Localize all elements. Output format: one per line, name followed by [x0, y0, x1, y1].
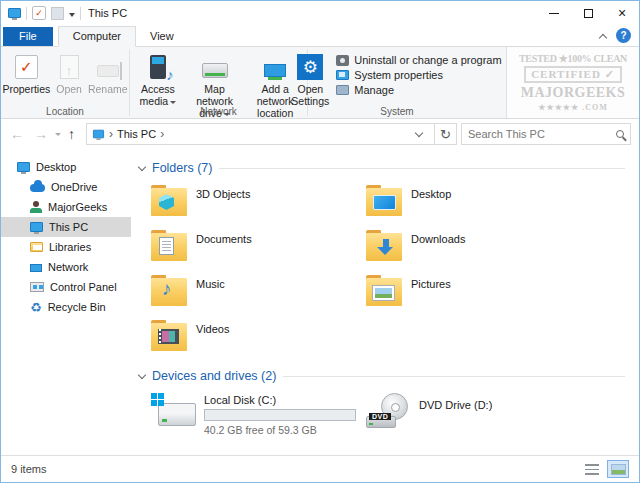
sidebar-item-label: Desktop: [36, 161, 76, 173]
this-pc-icon: [93, 130, 104, 139]
system-properties-button[interactable]: System properties: [336, 69, 501, 81]
open-button[interactable]: ↑ Open: [53, 50, 85, 96]
button-label: System properties: [354, 69, 443, 81]
folder-icon-3d-objects: [151, 185, 187, 216]
button-label: Open: [56, 83, 82, 95]
folders-section-header[interactable]: Folders (7): [151, 161, 629, 175]
address-dropdown-icon[interactable]: [415, 129, 423, 137]
folder-item-desktop[interactable]: Desktop: [366, 185, 581, 230]
minimize-ribbon-icon[interactable]: [599, 33, 607, 41]
tab-computer[interactable]: Computer: [58, 26, 136, 47]
drive-label: DVD Drive (D:): [419, 399, 492, 411]
folder-item-3d-objects[interactable]: 3D Objects: [151, 185, 366, 230]
thumbnails-view-button[interactable]: [607, 460, 629, 478]
settings-gear-icon: ⚙: [297, 54, 323, 80]
folders-grid: 3D Objects Desktop Documents Downloads ♪…: [151, 185, 629, 365]
rename-button[interactable]: Rename: [85, 50, 131, 96]
folder-icon-documents: [151, 230, 187, 261]
folder-label: Music: [196, 278, 225, 290]
back-button[interactable]: ←: [7, 125, 27, 143]
minimize-button[interactable]: [537, 1, 571, 25]
drives-section-header[interactable]: Devices and drives (2): [151, 369, 629, 383]
sidebar-item-majorgeeks[interactable]: MajorGeeks: [1, 197, 131, 217]
folder-item-music[interactable]: ♪ Music: [151, 275, 366, 320]
maximize-button[interactable]: [571, 1, 605, 25]
title-bar: ✓ This PC ×: [1, 1, 639, 25]
network-location-icon: [264, 64, 286, 77]
customize-toolbar-caret-icon[interactable]: [69, 13, 75, 17]
collapse-chevron-icon[interactable]: [138, 371, 146, 379]
disk-usage-bar: [204, 409, 356, 421]
section-title: Folders (7): [152, 161, 212, 175]
close-button[interactable]: ×: [605, 1, 639, 25]
thumbnails-view-icon: [611, 464, 626, 475]
properties-button[interactable]: ✓ Properties: [0, 50, 53, 96]
separator: [80, 7, 81, 20]
onedrive-cloud-icon: [30, 184, 45, 192]
refresh-button[interactable]: ↻: [434, 123, 456, 145]
tab-view[interactable]: View: [136, 27, 188, 46]
windows-logo-icon: [151, 393, 165, 407]
folder-item-videos[interactable]: Videos: [151, 320, 366, 365]
folder-label: Videos: [196, 323, 229, 335]
network-icon: [30, 264, 42, 272]
recent-locations-caret-icon[interactable]: [55, 133, 61, 136]
close-icon: ×: [618, 6, 626, 20]
new-folder-quick-icon[interactable]: [51, 7, 64, 20]
this-pc-window-icon: [8, 8, 21, 18]
button-label: Access media: [135, 83, 181, 107]
sidebar-item-recycle-bin[interactable]: ♻ Recycle Bin: [1, 297, 131, 317]
collapse-chevron-icon[interactable]: [138, 163, 146, 171]
desktop-icon: [17, 162, 30, 172]
sidebar-item-control-panel[interactable]: Control Panel: [1, 277, 131, 297]
watermark-line: ★★★★★ .COM: [538, 103, 607, 112]
properties-quick-icon[interactable]: ✓: [32, 6, 46, 20]
folder-item-downloads[interactable]: Downloads: [366, 230, 581, 275]
breadcrumb-separator: ›: [109, 127, 113, 141]
drives-row: Local Disk (C:) 40.2 GB free of 59.3 GB …: [151, 393, 629, 436]
folder-item-pictures[interactable]: Pictures: [366, 275, 581, 320]
drive-item-dvd-d[interactable]: DVD DVD Drive (D:): [366, 393, 492, 436]
group-label-system: System: [308, 106, 486, 117]
search-box[interactable]: [461, 123, 631, 145]
sidebar-item-label: Recycle Bin: [48, 301, 106, 313]
view-toggle-buttons: [581, 460, 629, 478]
forward-button[interactable]: →: [31, 125, 51, 143]
check-icon: ✓: [20, 58, 33, 76]
open-settings-button[interactable]: ⚙ Open Settings: [288, 50, 332, 108]
sidebar-item-onedrive[interactable]: OneDrive: [1, 177, 131, 197]
details-view-icon: [585, 464, 599, 475]
drive-info: Local Disk (C:) 40.2 GB free of 59.3 GB: [204, 394, 356, 436]
details-view-button[interactable]: [581, 460, 603, 478]
button-label: Properties: [2, 83, 50, 95]
sidebar-item-desktop[interactable]: Desktop: [1, 157, 131, 177]
breadcrumb-separator: ›: [160, 127, 164, 141]
breadcrumb[interactable]: › This PC › ↻: [86, 123, 457, 145]
local-disk-icon: [151, 393, 196, 429]
dvd-drive-icon: DVD: [366, 393, 411, 429]
breadcrumb-this-pc[interactable]: This PC: [117, 128, 156, 140]
sidebar-item-this-pc[interactable]: This PC: [1, 217, 131, 237]
rename-icon: [97, 65, 119, 77]
sidebar-item-label: Control Panel: [50, 281, 117, 293]
minimize-icon: [549, 13, 559, 14]
folder-icon-videos: [151, 320, 187, 351]
folder-icon-pictures: [366, 275, 402, 306]
folder-item-documents[interactable]: Documents: [151, 230, 366, 275]
drive-item-local-disk-c[interactable]: Local Disk (C:) 40.2 GB free of 59.3 GB: [151, 393, 366, 436]
sidebar-item-libraries[interactable]: Libraries: [1, 237, 131, 257]
manage-button[interactable]: Manage: [336, 84, 501, 96]
group-label-location: Location: [1, 106, 129, 117]
access-media-button[interactable]: ♪ Access media: [132, 50, 184, 108]
sidebar-item-network[interactable]: Network: [1, 257, 131, 277]
content-area: Desktop OneDrive MajorGeeks This PC Libr…: [1, 149, 639, 455]
folder-label: Downloads: [411, 233, 465, 245]
search-input[interactable]: [468, 128, 612, 140]
help-button[interactable]: ?: [616, 28, 631, 43]
tab-file[interactable]: File: [3, 27, 53, 46]
sidebar-item-label: Network: [48, 261, 88, 273]
uninstall-program-button[interactable]: Uninstall or change a program: [336, 54, 501, 66]
folder-label: Documents: [196, 233, 252, 245]
sidebar-item-label: OneDrive: [51, 181, 97, 193]
up-button[interactable]: ↑: [65, 125, 78, 143]
